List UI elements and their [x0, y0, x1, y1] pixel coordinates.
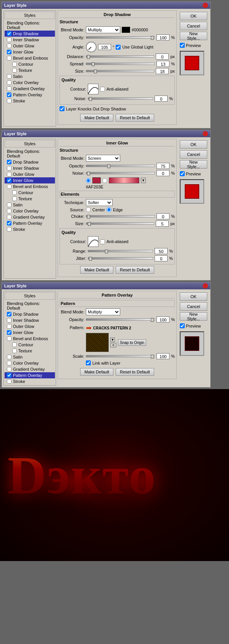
- glow-gradient-radio-2[interactable]: [102, 178, 107, 183]
- sidebar-satin-1[interactable]: Satin: [5, 73, 55, 79]
- jitter-value-2[interactable]: 0: [155, 255, 168, 261]
- sidebar-gradient-overlay-3[interactable]: Gradient Overlay: [5, 366, 55, 372]
- center-radio-2[interactable]: [86, 207, 91, 212]
- sidebar-bevel-emboss-2[interactable]: Bevel and Emboss: [5, 183, 55, 190]
- opacity-value-1[interactable]: 100: [156, 34, 169, 41]
- noise-value-2[interactable]: 0: [156, 170, 169, 176]
- distance-value-1[interactable]: 0: [156, 54, 169, 60]
- sidebar-stroke-2[interactable]: Stroke: [5, 226, 55, 232]
- spread-value-1[interactable]: 13: [156, 61, 169, 67]
- sidebar-gradient-overlay-1[interactable]: Gradient Overlay: [5, 86, 55, 92]
- sidebar-color-overlay-1[interactable]: Color Overlay: [5, 79, 55, 86]
- contour-cb-3[interactable]: [12, 342, 17, 347]
- satin-cb-3[interactable]: [7, 355, 11, 359]
- sidebar-blending-3[interactable]: Blending Options: Default: [5, 300, 55, 311]
- sidebar-blending-2[interactable]: Blending Options: Default: [5, 148, 55, 159]
- choke-slider-2[interactable]: [86, 215, 155, 217]
- outer-glow-cb-3[interactable]: [7, 324, 11, 329]
- sidebar-stroke-1[interactable]: Stroke: [5, 98, 55, 104]
- sidebar-drop-shadow-1[interactable]: Drop Shadow: [5, 31, 55, 37]
- sidebar-inner-shadow-2[interactable]: Inner Shadow: [5, 165, 55, 171]
- cancel-btn-1[interactable]: Cancel: [180, 22, 207, 30]
- pattern-dropdown-btn-3[interactable]: ▼: [110, 337, 115, 342]
- texture-cb-2[interactable]: [12, 196, 17, 201]
- make-default-btn-2[interactable]: Make Default: [80, 266, 113, 274]
- color-overlay-checkbox-1[interactable]: [7, 80, 11, 85]
- sidebar-texture-2[interactable]: Texture: [5, 196, 55, 202]
- snap-to-origin-btn-3[interactable]: Snap to Origin: [118, 339, 146, 346]
- drop-shadow-cb-3[interactable]: [7, 312, 11, 316]
- ok-btn-1[interactable]: OK: [180, 12, 207, 20]
- sidebar-outer-glow-3[interactable]: Outer Glow: [5, 323, 55, 329]
- link-layer-checkbox-3[interactable]: [86, 360, 91, 365]
- make-default-btn-1[interactable]: Make Default: [80, 114, 113, 122]
- sidebar-bevel-emboss-3[interactable]: Bevel and Emboss: [5, 336, 55, 342]
- pattern-options-btn-3[interactable]: ≡: [110, 343, 116, 347]
- sidebar-satin-2[interactable]: Satin: [5, 202, 55, 208]
- satin-checkbox-1[interactable]: [7, 74, 11, 79]
- gradient-overlay-cb-2[interactable]: [7, 215, 11, 219]
- technique-select-2[interactable]: Softer: [86, 199, 113, 206]
- inner-shadow-cb-3[interactable]: [7, 318, 11, 323]
- sidebar-contour-3[interactable]: Contour: [5, 342, 55, 348]
- sidebar-pattern-overlay-3[interactable]: Pattern Overlay: [5, 372, 55, 378]
- opacity-slider-3[interactable]: [86, 318, 155, 321]
- anti-alias-cb-2[interactable]: [100, 239, 105, 244]
- styles-header-3[interactable]: Styles: [5, 292, 55, 300]
- new-style-btn-1[interactable]: New Style...: [180, 32, 207, 40]
- size-slider-1[interactable]: [86, 70, 154, 72]
- glow-gradient-bar-2[interactable]: [109, 177, 139, 183]
- anti-alias-checkbox-1[interactable]: [100, 87, 105, 92]
- range-value-2[interactable]: 50: [155, 248, 168, 254]
- outer-glow-cb-2[interactable]: [7, 172, 11, 177]
- inner-shadow-checkbox-1[interactable]: [7, 37, 11, 42]
- glow-solid-radio-2[interactable]: [86, 178, 91, 183]
- noise-slider-2[interactable]: [86, 172, 155, 174]
- sidebar-pattern-overlay-1[interactable]: Pattern Overlay: [5, 92, 55, 98]
- sidebar-inner-shadow-3[interactable]: Inner Shadow: [5, 317, 55, 323]
- bevel-emboss-cb-2[interactable]: [7, 184, 11, 189]
- size-value-2[interactable]: 5: [156, 221, 169, 227]
- texture-checkbox-1[interactable]: [12, 68, 17, 73]
- jitter-slider-2[interactable]: [88, 257, 153, 260]
- opacity-value-3[interactable]: 100: [156, 316, 169, 323]
- outer-glow-checkbox-1[interactable]: [7, 44, 11, 48]
- pattern-swatch-3[interactable]: [86, 333, 109, 352]
- cancel-btn-3[interactable]: Cancel: [180, 302, 207, 311]
- blend-mode-select-2[interactable]: Screen: [86, 155, 120, 162]
- new-style-btn-2[interactable]: New Style...: [180, 160, 207, 169]
- gradient-overlay-cb-3[interactable]: [7, 367, 11, 371]
- sidebar-inner-glow-3[interactable]: Inner Glow: [5, 329, 55, 336]
- ok-btn-3[interactable]: OK: [180, 292, 207, 301]
- sidebar-drop-shadow-3[interactable]: Drop Shadow: [5, 311, 55, 317]
- edge-radio-2[interactable]: [106, 207, 111, 212]
- preview-cb-3[interactable]: [180, 323, 185, 328]
- inner-glow-cb-3[interactable]: [7, 330, 11, 335]
- panel-close-icon-3[interactable]: [203, 283, 208, 289]
- sidebar-gradient-overlay-2[interactable]: Gradient Overlay: [5, 214, 55, 220]
- bevel-emboss-checkbox-1[interactable]: [7, 56, 11, 60]
- inner-glow-checkbox-1[interactable]: [7, 50, 11, 54]
- sidebar-texture-3[interactable]: Texture: [5, 348, 55, 354]
- drop-shadow-cb-2[interactable]: [7, 160, 11, 164]
- scale-slider-3[interactable]: [86, 355, 155, 357]
- panel-close-icon-1[interactable]: [203, 3, 208, 8]
- inner-shadow-cb-2[interactable]: [7, 166, 11, 170]
- sidebar-pattern-overlay-2[interactable]: Pattern Overlay: [5, 220, 55, 226]
- ok-btn-2[interactable]: OK: [180, 140, 207, 149]
- distance-slider-1[interactable]: [86, 55, 154, 58]
- angle-dial-1[interactable]: [86, 42, 97, 52]
- sidebar-inner-glow-2[interactable]: Inner Glow: [5, 177, 55, 183]
- contour-preview-2[interactable]: [88, 236, 98, 247]
- reset-default-btn-1[interactable]: Reset to Default: [116, 114, 154, 122]
- stroke-cb-2[interactable]: [7, 227, 11, 232]
- gradient-overlay-checkbox-1[interactable]: [7, 86, 11, 91]
- shadow-color-1[interactable]: [122, 27, 130, 33]
- noise-slider-1[interactable]: [88, 97, 153, 100]
- sidebar-color-overlay-3[interactable]: Color Overlay: [5, 360, 55, 366]
- pattern-overlay-cb-2[interactable]: [7, 221, 11, 225]
- noise-value-1[interactable]: 0: [155, 96, 168, 102]
- styles-header-1[interactable]: Styles: [5, 11, 55, 19]
- choke-value-2[interactable]: 0: [156, 213, 169, 219]
- sidebar-inner-glow-1[interactable]: Inner Glow: [5, 49, 55, 55]
